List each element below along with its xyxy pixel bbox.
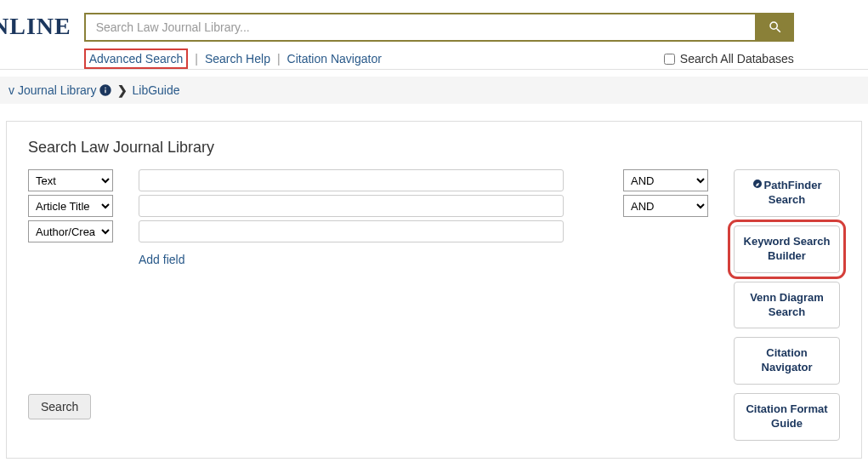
divider: | (277, 52, 281, 66)
search-icon (768, 20, 783, 35)
citation-format-guide-button[interactable]: Citation Format Guide (734, 393, 840, 441)
breadcrumb: v Journal Library ❯ LibGuide (0, 77, 868, 104)
search-term-input-1[interactable] (139, 169, 564, 191)
field-type-select-1[interactable]: Text (28, 169, 113, 191)
field-type-select-3[interactable]: Author/Creator (28, 220, 113, 242)
search-term-input-2[interactable] (139, 195, 564, 217)
breadcrumb-item-library[interactable]: v Journal Library (9, 83, 97, 97)
breadcrumb-item-libguide[interactable]: LibGuide (133, 83, 180, 97)
main-search-input[interactable] (84, 13, 757, 42)
field-type-select-2[interactable]: Article Title (28, 195, 113, 217)
search-all-databases[interactable]: Search All Databases (664, 52, 794, 66)
search-all-checkbox[interactable] (664, 54, 675, 65)
citation-navigator-link[interactable]: Citation Navigator (287, 52, 382, 66)
citation-navigator-button[interactable]: Citation Navigator (734, 337, 840, 385)
info-icon[interactable] (99, 83, 112, 97)
logo: NLINE (0, 13, 84, 40)
search-term-input-3[interactable] (139, 220, 564, 242)
add-field-link[interactable]: Add field (139, 253, 598, 266)
search-button[interactable] (757, 13, 794, 42)
chevron-right-icon: ❯ (117, 83, 128, 97)
panel-title: Search Law Journal Library (28, 139, 840, 157)
search-submit-button[interactable]: Search (28, 394, 91, 419)
divider: | (195, 52, 198, 66)
pathfinder-search-button[interactable]: PathFinder Search (734, 169, 840, 217)
search-all-label: Search All Databases (680, 52, 794, 66)
advanced-search-link[interactable]: Advanced Search (84, 48, 189, 69)
operator-select-2[interactable]: AND (623, 195, 708, 217)
keyword-search-builder-button[interactable]: Keyword Search Builder (734, 225, 840, 273)
venn-diagram-search-button[interactable]: Venn Diagram Search (734, 282, 840, 329)
operator-select-1[interactable]: AND (623, 169, 708, 191)
compass-icon (752, 179, 763, 193)
search-help-link[interactable]: Search Help (205, 52, 270, 66)
